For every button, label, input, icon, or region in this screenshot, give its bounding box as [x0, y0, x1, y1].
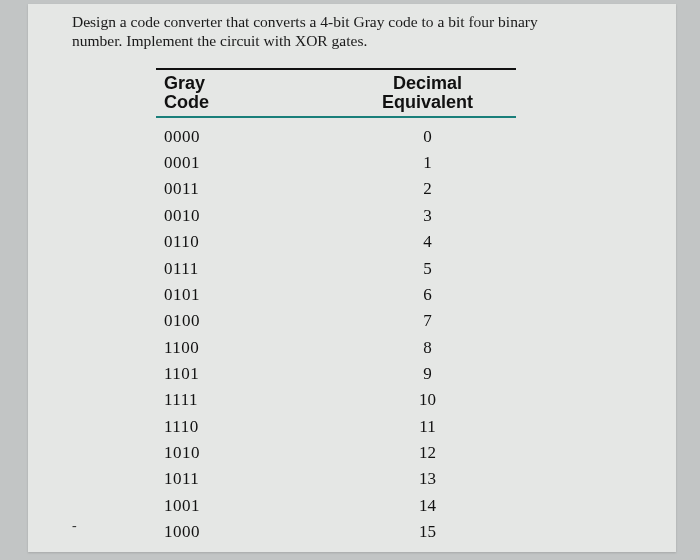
- table-row: 111011: [156, 414, 516, 440]
- header-gray-code: Gray Code: [156, 74, 339, 112]
- table-row: 01115: [156, 256, 516, 282]
- cell-decimal: 1: [339, 150, 516, 176]
- table-row: 01104: [156, 229, 516, 255]
- table-row: 01007: [156, 308, 516, 334]
- cell-decimal: 6: [339, 282, 516, 308]
- table-row: 00011: [156, 150, 516, 176]
- cell-gray-code: 0110: [156, 229, 339, 255]
- cell-gray-code: 1111: [156, 387, 339, 413]
- cell-decimal: 15: [339, 519, 516, 545]
- table-row: 00112: [156, 176, 516, 202]
- cell-decimal: 5: [339, 256, 516, 282]
- table-row: 100015: [156, 519, 516, 545]
- cell-decimal: 8: [339, 335, 516, 361]
- cell-decimal: 0: [339, 124, 516, 150]
- table-body: 0000000011001120010301104011150101601007…: [156, 118, 516, 546]
- cell-decimal: 12: [339, 440, 516, 466]
- cell-gray-code: 0100: [156, 308, 339, 334]
- header-gray-line1: Gray: [164, 73, 205, 93]
- problem-text: Design a code converter that converts a …: [72, 12, 676, 51]
- cell-decimal: 13: [339, 466, 516, 492]
- cell-gray-code: 1001: [156, 493, 339, 519]
- paper-sheet: - Design a code converter that converts …: [28, 4, 676, 552]
- cell-decimal: 3: [339, 203, 516, 229]
- cell-gray-code: 0000: [156, 124, 339, 150]
- page-bullet-bottom: -: [72, 518, 77, 534]
- cell-gray-code: 0111: [156, 256, 339, 282]
- cell-decimal: 9: [339, 361, 516, 387]
- table-row: 00103: [156, 203, 516, 229]
- header-decimal-equivalent: Decimal Equivalent: [339, 74, 516, 112]
- table-row: 101113: [156, 466, 516, 492]
- table-row: 11008: [156, 335, 516, 361]
- cell-gray-code: 1100: [156, 335, 339, 361]
- cell-gray-code: 1110: [156, 414, 339, 440]
- cell-decimal: 14: [339, 493, 516, 519]
- header-dec-line1: Decimal: [393, 73, 462, 93]
- table-row: 101012: [156, 440, 516, 466]
- problem-line2: number. Implement the circuit with XOR g…: [72, 32, 367, 49]
- problem-line1: Design a code converter that converts a …: [72, 13, 538, 30]
- cell-gray-code: 0011: [156, 176, 339, 202]
- table-row: 100114: [156, 493, 516, 519]
- cell-gray-code: 0101: [156, 282, 339, 308]
- cell-gray-code: 1101: [156, 361, 339, 387]
- cell-gray-code: 0001: [156, 150, 339, 176]
- cell-gray-code: 1011: [156, 466, 339, 492]
- cell-gray-code: 1010: [156, 440, 339, 466]
- header-dec-line2: Equivalent: [382, 92, 473, 112]
- cell-decimal: 11: [339, 414, 516, 440]
- cell-gray-code: 0010: [156, 203, 339, 229]
- cell-decimal: 4: [339, 229, 516, 255]
- table-row: 11019: [156, 361, 516, 387]
- cell-gray-code: 1000: [156, 519, 339, 545]
- cell-decimal: 7: [339, 308, 516, 334]
- cell-decimal: 2: [339, 176, 516, 202]
- header-gray-line2: Code: [164, 92, 209, 112]
- table-header: Gray Code Decimal Equivalent: [156, 68, 516, 118]
- gray-code-table: Gray Code Decimal Equivalent 00000000110…: [156, 68, 516, 545]
- table-row: 00000: [156, 124, 516, 150]
- table-row: 01016: [156, 282, 516, 308]
- table-row: 111110: [156, 387, 516, 413]
- cell-decimal: 10: [339, 387, 516, 413]
